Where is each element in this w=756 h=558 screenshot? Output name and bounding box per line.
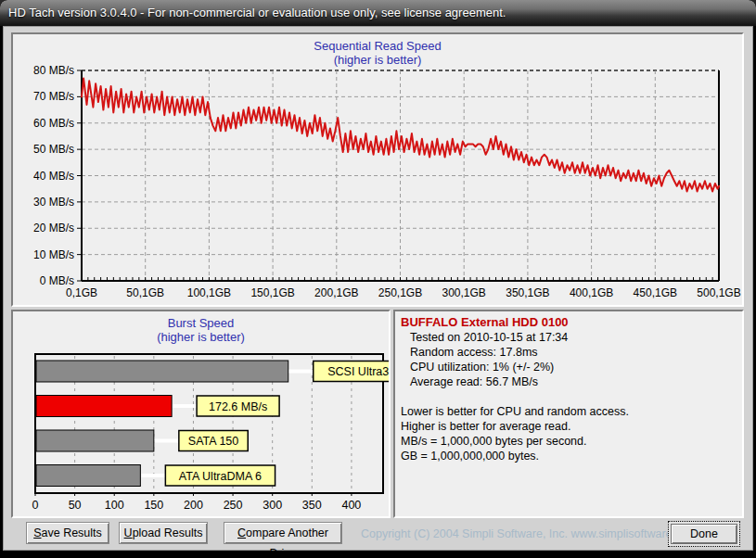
svg-text:250,1GB: 250,1GB [378,286,422,299]
svg-text:20 MB/s: 20 MB/s [33,222,74,235]
sequential-read-chart: 0 MB/s10 MB/s20 MB/s30 MB/s40 MB/s50 MB/… [13,34,742,305]
burst-speed-chart: SCSI Ultra320172.6 MB/sSATA 150ATA Ultra… [13,311,389,516]
svg-text:500,1GB: 500,1GB [697,286,740,299]
note-lower: Lower is better for CPU and random acces… [401,404,737,419]
svg-text:100: 100 [105,499,124,512]
window-title: HD Tach version 3.0.4.0 - For non-commer… [8,6,506,19]
svg-text:50: 50 [69,499,82,512]
sequential-read-panel: Sequential Read Speed (higher is better)… [11,32,744,307]
svg-text:400: 400 [341,499,361,512]
svg-text:SATA 150: SATA 150 [188,435,238,448]
note-gb: GB = 1,000,000,000 bytes. [401,449,737,463]
note-higher: Higher is better for average read. [401,419,737,434]
hdtach-window: HD Tach version 3.0.4.0 - For non-commer… [0,0,756,558]
svg-text:50,1GB: 50,1GB [126,286,164,299]
svg-text:100,1GB: 100,1GB [187,286,231,299]
svg-text:150,1GB: 150,1GB [250,286,294,299]
cpu-utilization: CPU utilization: 1% (+/- 2%) [401,360,737,374]
svg-text:60 MB/s: 60 MB/s [33,117,74,130]
upload-results-button[interactable]: Upload Results [119,522,208,544]
svg-text:30 MB/s: 30 MB/s [33,196,74,209]
svg-text:450,1GB: 450,1GB [634,286,677,299]
info-spacer [401,389,737,404]
svg-text:70 MB/s: 70 MB/s [33,90,74,103]
done-button-focus-ring: Done [668,521,740,547]
average-read: Average read: 56.7 MB/s [401,374,737,389]
burst-speed-panel: Burst Speed (higher is better) SCSI Ultr… [11,310,391,518]
drive-info-panel: BUFFALO External HDD 0100 Tested on 2010… [393,310,744,518]
svg-text:0: 0 [32,499,39,512]
svg-text:250: 250 [224,499,243,512]
random-access: Random access: 17.8ms [401,345,737,360]
svg-text:300,1GB: 300,1GB [442,286,486,299]
svg-text:ATA UltraDMA 6: ATA UltraDMA 6 [179,470,262,483]
svg-text:172.6 MB/s: 172.6 MB/s [209,400,267,413]
svg-text:0 MB/s: 0 MB/s [40,274,74,287]
svg-text:80 MB/s: 80 MB/s [33,64,74,77]
client-area: Sequential Read Speed (higher is better)… [3,26,753,551]
svg-text:SCSI Ultra320: SCSI Ultra320 [327,365,389,378]
svg-text:200: 200 [184,499,203,512]
svg-text:300: 300 [263,499,282,512]
note-mbs: MB/s = 1,000,000 bytes per second. [401,434,737,449]
svg-text:200,1GB: 200,1GB [314,286,358,299]
svg-text:350,1GB: 350,1GB [506,286,549,299]
svg-text:400,1GB: 400,1GB [570,286,613,299]
tested-on: Tested on 2010-10-15 at 17:34 [401,330,737,345]
compare-another-drive-button[interactable]: Compare Another Drive [224,522,342,544]
done-button[interactable]: Done [671,524,737,544]
svg-text:10 MB/s: 10 MB/s [33,248,74,261]
svg-text:350: 350 [302,499,322,512]
save-results-button[interactable]: Save Results [26,522,109,544]
copyright-text: Copyright (C) 2004 Simpli Software, Inc.… [361,527,667,540]
svg-text:40 MB/s: 40 MB/s [33,170,74,183]
drive-name: BUFFALO External HDD 0100 [401,315,737,329]
svg-text:0,1GB: 0,1GB [66,286,97,299]
window-titlebar[interactable]: HD Tach version 3.0.4.0 - For non-commer… [0,0,756,26]
svg-text:50 MB/s: 50 MB/s [33,143,74,156]
svg-text:150: 150 [144,499,163,512]
